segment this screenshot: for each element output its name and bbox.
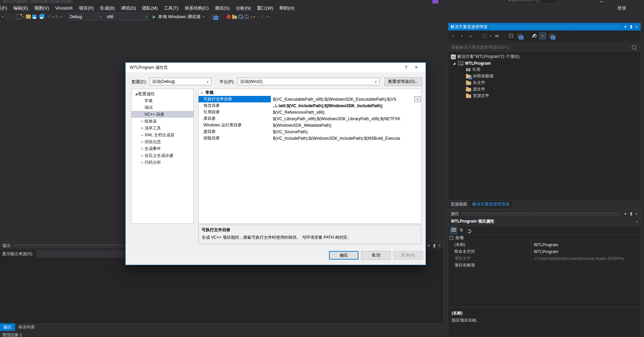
navigate-backward-icon[interactable]: ◂ <box>250 14 252 20</box>
property-group-misc[interactable]: − 杂项 <box>448 235 641 241</box>
tab-error-list[interactable]: 错误列表 <box>15 323 38 331</box>
pin-icon[interactable] <box>431 243 437 248</box>
goto-definition-icon[interactable]: ↓ <box>257 14 260 20</box>
add-item-icon[interactable] <box>26 14 31 19</box>
close-icon[interactable]: × <box>411 64 421 71</box>
properties-icon[interactable] <box>531 33 537 39</box>
expander-icon[interactable]: ◢ <box>453 62 456 65</box>
pin-icon[interactable] <box>628 24 634 29</box>
grid-row-include-directories[interactable]: 包含目录 ..\..\wtl;$(VC_IncludePath);$(Windo… <box>199 102 421 109</box>
filter-dropdown-icon[interactable]: ▾ <box>490 34 492 38</box>
close-icon[interactable]: × <box>437 243 442 248</box>
grid-row-value[interactable]: $(VC_SourcePath); <box>271 128 421 135</box>
save-all-icon[interactable] <box>39 15 44 19</box>
menu-debug[interactable]: 调试(D) <box>118 4 139 12</box>
config-select[interactable]: 活动(Debug) ∨ <box>150 78 211 85</box>
spell-check-icon[interactable]: ✓ <box>261 14 265 20</box>
grid-row-library-directories[interactable]: 库目录 $(VC_LibraryPath_x86);$(WindowsSDK_L… <box>199 115 421 122</box>
save-icon[interactable] <box>32 15 37 19</box>
solution-search-input[interactable] <box>449 45 640 50</box>
tree-item-xml-document-generator[interactable]: ▷ XML 文档生成器 <box>131 132 193 138</box>
expander-icon[interactable]: ▷ <box>140 140 144 143</box>
window-position-icon[interactable]: ▾ <box>623 24 628 29</box>
expander-icon[interactable]: ◢ <box>134 92 138 96</box>
property-row-root-namespace[interactable]: 根命名空间 WTLProgram <box>448 248 641 255</box>
grid-row-value[interactable]: $(VC_LibraryPath_x86);$(WindowsSDK_Libra… <box>271 115 421 122</box>
sync-with-active-document-icon[interactable]: ⇄ <box>494 33 500 39</box>
window-position-icon[interactable]: ▾ <box>623 211 628 216</box>
redo-icon[interactable]: ↻ <box>55 14 59 20</box>
cancel-button[interactable]: 取消 <box>361 251 391 260</box>
property-value[interactable]: WTLProgram <box>531 241 641 248</box>
menu-build[interactable]: 生成(B) <box>97 4 118 12</box>
menu-window[interactable]: 窗口(W) <box>254 4 276 12</box>
group-expander-icon[interactable]: ∨ <box>199 91 205 95</box>
configuration-manager-button[interactable]: 配置管理器(O)... <box>384 77 422 86</box>
sign-in-button[interactable]: 登录 <box>617 5 626 11</box>
redo-dropdown-icon[interactable]: ▾ <box>60 15 62 18</box>
tab-resource-view[interactable]: 资源视图 <box>448 200 470 208</box>
tab-output[interactable]: 输出 <box>0 323 15 331</box>
solution-explorer-header[interactable]: 解决方案资源管理器 ▾ × <box>448 23 641 30</box>
tree-item-debugging[interactable]: 调试 <box>131 104 193 111</box>
nav-dropdown-icon[interactable]: ▾ <box>2 15 3 18</box>
apply-button[interactable]: 应用(A) <box>393 251 423 260</box>
show-all-files-icon[interactable]: − <box>539 33 546 39</box>
ok-button[interactable]: 确定 <box>329 251 358 260</box>
grid-row-exclude-directories[interactable]: 排除目录 $(VC_IncludePath);$(WindowsSDK_Incl… <box>199 135 421 141</box>
solution-platform-select[interactable]: x86 ▾ <box>105 13 149 21</box>
expander-icon[interactable]: ▷ <box>140 120 144 123</box>
close-icon[interactable]: × <box>634 211 639 216</box>
grid-row-reference-directories[interactable]: 引用目录 $(VC_ReferencesPath_x86); <box>199 109 421 115</box>
find-results-label[interactable]: 查找结果 1 <box>2 332 22 337</box>
properties-object-select[interactable]: WTLProgram 项目属性 ▾ <box>448 217 641 226</box>
home-icon[interactable]: ⌂ <box>467 33 473 39</box>
property-row-project-file[interactable]: 项目文件 c:\Users\admin\documents\visual stu… <box>448 255 641 262</box>
navigate-back-icon[interactable]: ‹ <box>5 14 10 20</box>
menu-architecture[interactable]: 体系结构(C) <box>181 4 212 12</box>
tree-item-vcpp-directories[interactable]: VC++ 目录 <box>131 111 193 118</box>
categorized-icon[interactable] <box>450 227 457 234</box>
forward-icon[interactable]: › <box>459 33 465 39</box>
menu-test[interactable]: 测试(S) <box>212 4 232 12</box>
tree-item-code-analysis[interactable]: ▷ 代码分析 <box>131 159 193 166</box>
menu-project[interactable]: 项目(P) <box>76 4 97 12</box>
grid-row-value[interactable]: $(VC_ReferencesPath_x86); <box>271 109 421 115</box>
grid-row-value[interactable]: $(VC_IncludePath);$(WindowsSDK_IncludePa… <box>271 135 421 141</box>
back-icon[interactable]: ‹ <box>450 33 456 39</box>
menu-tools[interactable]: 工具(T) <box>161 4 182 12</box>
pin-icon[interactable] <box>628 211 634 216</box>
help-icon[interactable]: ? <box>401 65 411 70</box>
avatar[interactable] <box>0 5 0 11</box>
tree-item-references[interactable]: 引用 <box>448 66 641 73</box>
new-project-icon[interactable] <box>16 14 22 19</box>
tab-solution-explorer[interactable]: 解决方案资源管理器 <box>470 200 512 208</box>
menu-analyze[interactable]: 分析(N) <box>233 4 254 12</box>
feedback-icon[interactable] <box>432 0 438 3</box>
grid-row-executable-directories[interactable]: 可执行文件目录 $(VC_ExecutablePath_x86);$(Windo… <box>199 96 421 102</box>
tree-item-configuration-properties[interactable]: ◢ 配置属性 <box>131 90 193 97</box>
tree-item-source-files[interactable]: 源文件 <box>448 86 641 92</box>
expander-icon[interactable]: ▷ <box>140 133 144 137</box>
window-position-icon[interactable]: ▾ <box>426 243 431 248</box>
collapse-group-icon[interactable]: − <box>450 236 453 240</box>
view-class-diagram-icon[interactable] <box>548 33 555 39</box>
property-value[interactable] <box>531 262 641 269</box>
property-row-project-dependencies[interactable]: 项目依赖项 <box>448 262 641 269</box>
quick-launch-input[interactable]: 快速启动 (Ctrl+Q) <box>505 0 557 4</box>
pending-changes-filter-icon[interactable] <box>481 33 488 39</box>
grid-row-source-directories[interactable]: 源目录 $(VC_SourcePath); <box>199 128 421 135</box>
dialog-title-bar[interactable]: WTLProgram 属性页 ? × <box>126 63 426 72</box>
menu-view[interactable]: 视图(V) <box>31 4 52 12</box>
menu-vassistx[interactable]: VAssistX <box>52 4 76 12</box>
grid-row-value[interactable]: ..\..\wtl;$(VC_IncludePath);$(WindowsSDK… <box>271 102 421 109</box>
expander-icon[interactable]: ▷ <box>140 154 144 157</box>
expander-icon[interactable]: ▷ <box>140 161 144 164</box>
sort-alphabetical-icon[interactable]: ⇅ <box>459 227 463 233</box>
find-icon[interactable] <box>244 14 249 19</box>
find-in-files-icon[interactable] <box>238 14 243 19</box>
menu-file[interactable]: 文件(F) <box>0 4 10 12</box>
grid-row-value[interactable]: $(VC_ExecutablePath_x86);$(WindowsSDK_Ex… <box>271 96 421 102</box>
menu-edit[interactable]: 编辑(E) <box>10 4 31 12</box>
properties-header[interactable]: 属性 ▾ × <box>448 210 641 217</box>
